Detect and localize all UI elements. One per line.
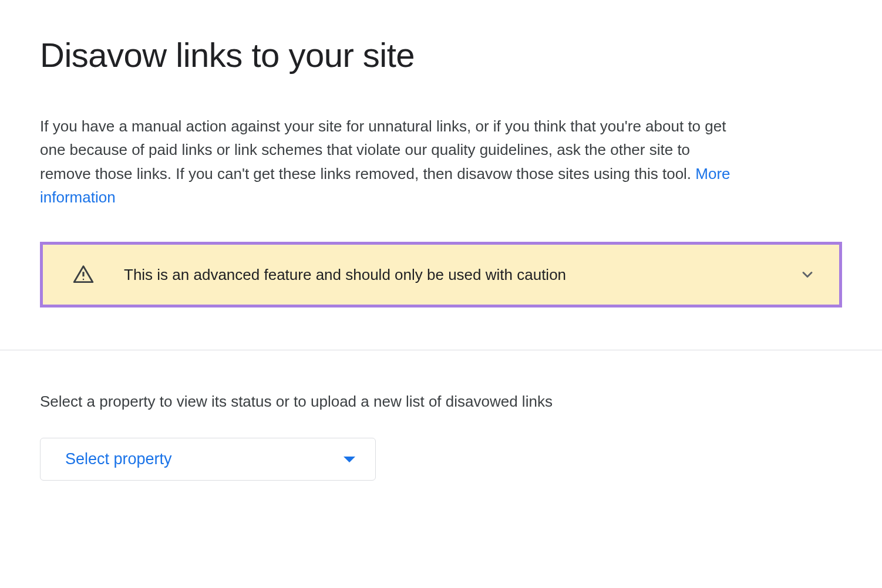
select-property-label: Select a property to view its status or …	[40, 393, 842, 411]
warning-banner[interactable]: This is an advanced feature and should o…	[40, 242, 842, 307]
page-description: If you have a manual action against your…	[40, 114, 745, 209]
warning-text: This is an advanced feature and should o…	[124, 266, 799, 284]
dropdown-caret-icon	[344, 457, 355, 462]
warning-triangle-icon	[72, 263, 95, 286]
page-title: Disavow links to your site	[40, 35, 842, 75]
chevron-down-icon	[799, 266, 816, 283]
description-text: If you have a manual action against your…	[40, 117, 726, 183]
select-property-text: Select property	[65, 450, 172, 468]
select-property-dropdown[interactable]: Select property	[40, 438, 376, 481]
svg-point-1	[83, 279, 85, 281]
